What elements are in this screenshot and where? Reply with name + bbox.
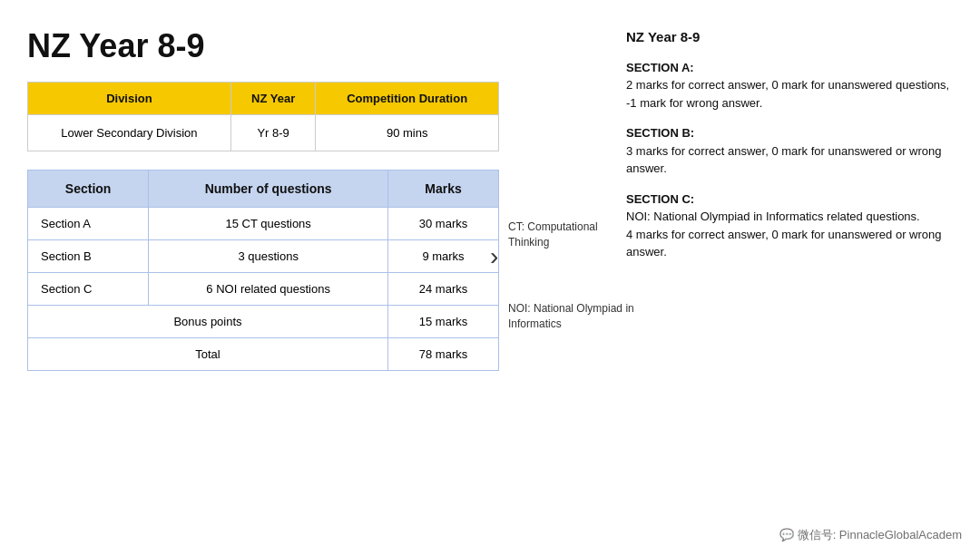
right-section-b-header: SECTION B: <box>626 124 953 142</box>
right-section-c-header: SECTION C: <box>626 190 953 209</box>
section-c-questions: 6 NOI related questions <box>149 273 388 306</box>
section-col-header: Section <box>28 171 149 208</box>
section-c-marks: 24 marks <box>388 273 499 306</box>
section-a-label: Section A <box>28 208 149 240</box>
competition-duration-col-header: Competition Duration <box>316 83 499 115</box>
total-row: Total 78 marks <box>28 338 499 371</box>
sections-table: Section Number of questions Marks Sectio… <box>27 170 499 371</box>
section-b-row: Section B 3 questions 9 marks <box>28 240 499 273</box>
bonus-row: Bonus points 15 marks <box>28 306 499 338</box>
section-c-label: Section C <box>28 273 149 306</box>
section-a-marks: 30 marks <box>388 208 499 240</box>
bonus-marks: 15 marks <box>388 306 499 338</box>
page-title: NZ Year 8-9 <box>27 27 590 65</box>
section-b-marks: 9 marks <box>388 240 499 273</box>
competition-duration-value: 90 mins <box>316 115 499 151</box>
total-marks: 78 marks <box>388 338 499 371</box>
division-col-header: Division <box>28 83 231 115</box>
right-section-b-text: 3 marks for correct answer, 0 mark for u… <box>626 142 953 178</box>
main-container: NZ Year 8-9 Division NZ Year Competition… <box>0 0 980 556</box>
section-a-questions: 15 CT questions <box>149 208 388 240</box>
nz-year-col-header: NZ Year <box>230 83 315 115</box>
section-a-row: Section A 15 CT questions 30 marks <box>28 208 499 240</box>
right-section-c-text: NOI: National Olympiad in Informatics re… <box>626 208 953 261</box>
watermark: 💬 微信号: PinnacleGlobalAcadem <box>779 527 962 543</box>
section-b-label: Section B <box>28 240 149 273</box>
num-questions-col-header: Number of questions <box>149 171 388 208</box>
sections-table-wrapper: Section Number of questions Marks Sectio… <box>27 170 590 371</box>
marks-col-header: Marks <box>388 171 499 208</box>
section-c-row: Section C 6 NOI related questions 24 mar… <box>28 273 499 306</box>
division-row: Lower Secondary Division Yr 8-9 90 mins <box>28 115 499 151</box>
total-label: Total <box>28 338 388 371</box>
division-name: Lower Secondary Division <box>28 115 231 151</box>
noi-annotation: NOI: National Olympiad in Informatics <box>508 301 635 332</box>
chevron-icon: › <box>490 242 498 271</box>
section-b-questions: 3 questions <box>149 240 388 273</box>
watermark-icon: 💬 <box>779 528 798 541</box>
watermark-text: 微信号: PinnacleGlobalAcadem <box>798 528 962 541</box>
right-section-b-block: SECTION B: 3 marks for correct answer, 0… <box>626 124 953 178</box>
division-table: Division NZ Year Competition Duration Lo… <box>27 82 499 151</box>
left-section: NZ Year 8-9 Division NZ Year Competition… <box>27 27 608 538</box>
right-section-a-text: 2 marks for correct answer, 0 mark for u… <box>626 76 953 112</box>
ct-annotation: CT: Computational Thinking <box>508 219 626 250</box>
nz-year-value: Yr 8-9 <box>230 115 315 151</box>
right-section-c-block: SECTION C: NOI: National Olympiad in Inf… <box>626 190 953 261</box>
right-panel-title: NZ Year 8-9 <box>626 27 953 48</box>
right-section-a-header: SECTION A: <box>626 59 953 77</box>
right-panel: NZ Year 8-9 SECTION A: 2 marks for corre… <box>608 27 953 538</box>
right-section-a-block: SECTION A: 2 marks for correct answer, 0… <box>626 59 953 112</box>
bonus-label: Bonus points <box>28 306 388 338</box>
